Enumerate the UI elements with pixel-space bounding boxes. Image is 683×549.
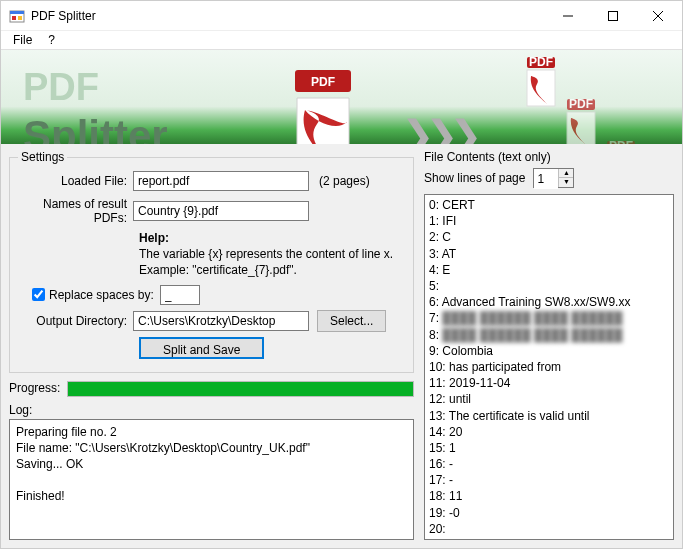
body: Settings Loaded File: (2 pages) Names of… [1,144,682,548]
app-icon [9,8,25,24]
file-contents-line: 0: CERT [429,197,669,213]
svg-rect-3 [18,16,22,20]
minimize-button[interactable] [545,1,590,30]
banner-text-splitter: Splitter [23,112,168,144]
pdf-mini-icon-1: PDF [519,56,561,111]
menu-help[interactable]: ? [40,31,63,49]
split-and-save-button[interactable]: Split and Save [139,337,264,359]
file-contents-line: 4: E [429,262,669,278]
maximize-button[interactable] [590,1,635,30]
progress-section: Progress: [9,381,414,397]
log-label: Log: [9,403,414,417]
file-contents-line: 5: [429,278,669,294]
progress-fill [68,382,413,396]
banner-text-pdf: PDF [23,66,99,109]
help-text: Help: The variable {x} represents the co… [139,230,405,279]
svg-rect-5 [608,11,617,20]
file-contents-line: 8: ████ ██████ ████ ██████ [429,327,669,343]
svg-rect-12 [527,70,555,106]
log-textarea[interactable]: Preparing file no. 2 File name: "C:\User… [9,419,414,540]
file-contents-line: 16: - [429,456,669,472]
svg-rect-1 [10,11,24,14]
left-column: Settings Loaded File: (2 pages) Names of… [9,150,414,540]
pages-note: (2 pages) [319,174,370,188]
arrows-icon: ❯❯❯ [401,112,473,144]
file-contents-line: 18: 11 [429,488,669,504]
file-contents-line: 17: - [429,472,669,488]
spinner-down-button[interactable]: ▼ [559,178,573,187]
result-names-label: Names of result PDFs: [18,197,133,225]
log-section: Log: Preparing file no. 2 File name: "C:… [9,403,414,540]
file-contents-line: 3: AT [429,246,669,262]
pdf-mini-icon-2: PDF [559,98,601,144]
result-names-input[interactable] [133,201,309,221]
replace-spaces-checkbox[interactable] [32,288,45,301]
file-contents-line: 9: Colombia [429,343,669,359]
menu-file[interactable]: File [5,31,40,49]
settings-group: Settings Loaded File: (2 pages) Names of… [9,150,414,373]
pdf-icon: PDF [277,68,367,144]
loaded-file-input [133,171,309,191]
file-contents-line: 11: 2019-11-04 [429,375,669,391]
file-contents-line: 6: Advanced Training SW8.xx/SW9.xx [429,294,669,310]
menubar: File ? [1,31,682,50]
svg-rect-2 [12,16,16,20]
file-contents-line: 15: 1 [429,440,669,456]
page-spinner[interactable]: ▲ ▼ [533,168,574,188]
select-dir-button[interactable]: Select... [317,310,386,332]
pdf-mini-icon-3: PDF [599,140,641,144]
titlebar: PDF Splitter [1,1,682,31]
output-dir-input[interactable] [133,311,309,331]
file-contents-line: 10: has participated from [429,359,669,375]
file-contents-label: File Contents (text only) [424,150,674,164]
right-column: File Contents (text only) Show lines of … [424,150,674,540]
show-lines-label: Show lines of page [424,171,525,185]
file-contents-list[interactable]: 0: CERT1: IFI2: C3: AT4: E5: 6: Advanced… [424,194,674,540]
svg-text:PDF: PDF [609,140,633,144]
file-contents-line: 13: The certificate is valid until [429,408,669,424]
svg-rect-15 [567,112,595,144]
file-contents-line: 7: ████ ██████ ████ ██████ [429,310,669,326]
app-window: PDF Splitter File ? PDF Splitter PDF ❯❯❯… [0,0,683,549]
loaded-file-label: Loaded File: [18,174,133,188]
window-title: PDF Splitter [31,9,545,23]
page-spinner-input[interactable] [534,169,558,189]
file-contents-line: 12: until [429,391,669,407]
settings-legend: Settings [18,150,67,164]
close-button[interactable] [635,1,680,30]
replace-spaces-checkbox-label[interactable]: Replace spaces by: [32,288,154,302]
file-contents-line: 1: IFI [429,213,669,229]
spinner-up-button[interactable]: ▲ [559,169,573,178]
output-dir-label: Output Directory: [18,314,133,328]
file-contents-line: 20: [429,521,669,537]
file-contents-line: 14: 20 [429,424,669,440]
file-contents-line: 19: -0 [429,505,669,521]
svg-text:PDF: PDF [529,56,553,69]
banner: PDF Splitter PDF ❯❯❯ PDF PDF PDF [1,50,682,144]
progress-bar [67,381,414,397]
file-contents-line: 2: C [429,229,669,245]
progress-label: Progress: [9,381,67,395]
svg-text:PDF: PDF [311,75,335,89]
window-controls [545,1,680,30]
replace-spaces-input[interactable] [160,285,200,305]
svg-text:PDF: PDF [569,98,593,111]
